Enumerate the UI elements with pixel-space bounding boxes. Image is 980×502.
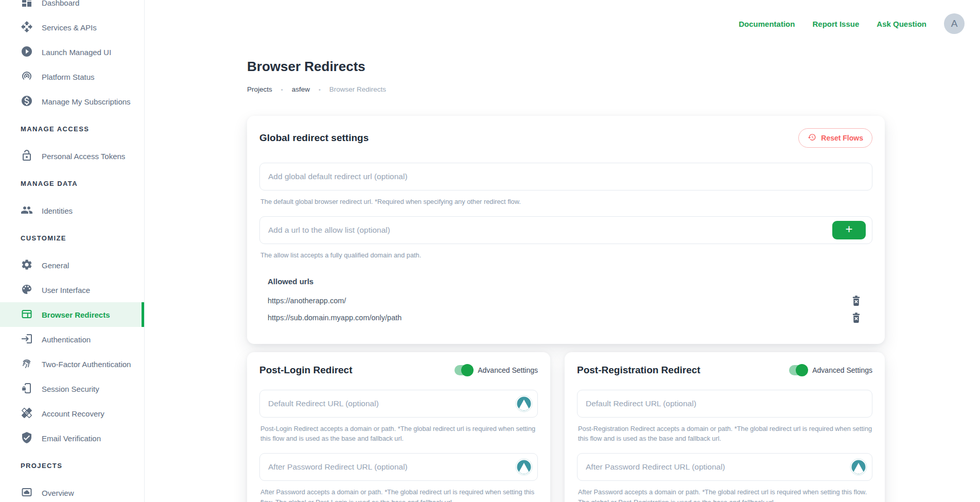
- post-registration-default-help: Post-Registration Redirect accepts a dom…: [578, 424, 872, 444]
- trash-x-icon: [850, 301, 862, 309]
- bandage-icon: [21, 407, 33, 421]
- post-login-redirect-card: Post-Login Redirect Advanced Settings Po…: [247, 352, 550, 502]
- sidebar-item-platform-status[interactable]: Platform Status: [0, 64, 144, 89]
- sidebar-section-projects: PROJECTS: [0, 451, 144, 480]
- sidebar-item-label: Platform Status: [42, 73, 95, 81]
- lock-open-icon: [21, 149, 33, 163]
- sidebar-item-label: Identities: [42, 206, 73, 215]
- advanced-settings-toggle[interactable]: [454, 365, 472, 375]
- sidebar-item-label: Services & APIs: [42, 23, 97, 32]
- delete-url-button[interactable]: [850, 311, 862, 324]
- sidebar-item-two-factor-authentication[interactable]: Two-Factor Authentication: [0, 352, 144, 376]
- sidebar-item-dashboard[interactable]: Dashboard: [0, 0, 144, 15]
- sidebar-item-identities[interactable]: Identities: [0, 198, 144, 223]
- global-card-title: Global redirect settings: [259, 132, 369, 144]
- post-registration-after-password-help: After Password accepts a domain or path.…: [578, 487, 872, 502]
- post-registration-default-redirect-input[interactable]: [577, 390, 872, 418]
- sidebar-item-personal-access-tokens[interactable]: Personal Access Tokens: [0, 144, 144, 168]
- shield-check-icon: [21, 431, 33, 445]
- allowed-urls-title: Allowed urls: [268, 277, 872, 286]
- sidebar-item-label: User Interface: [42, 286, 90, 295]
- allowed-url: https://anotherapp.com/: [268, 297, 346, 305]
- global-redirect-settings-card: Global redirect settings Reset Flows The…: [247, 116, 885, 344]
- allowed-url-row: https://sub.domain.myapp.com/only/path: [268, 311, 872, 324]
- login-icon: [21, 333, 33, 347]
- image-cloud-icon: [21, 486, 33, 500]
- sidebar-item-general[interactable]: General: [0, 253, 144, 278]
- sidebar-item-label: Two-Factor Authentication: [42, 360, 131, 369]
- nordpass-autofill-icon[interactable]: [850, 458, 867, 476]
- sidebar-item-services-apis[interactable]: Services & APIs: [0, 15, 144, 40]
- sidebar: Dashboard Services & APIs Launch Managed…: [0, 0, 145, 502]
- sidebar-item-email-verification[interactable]: Email Verification: [0, 426, 144, 451]
- sidebar-item-user-interface[interactable]: User Interface: [0, 278, 144, 302]
- status-radar-icon: [21, 70, 33, 84]
- sidebar-item-label: Manage My Subscriptions: [42, 97, 131, 106]
- sidebar-item-overview[interactable]: Overview: [0, 480, 144, 502]
- documentation-link[interactable]: Documentation: [739, 20, 795, 28]
- sidebar-item-label: Email Verification: [42, 434, 101, 443]
- content: Browser Redirects Projects • asfew • Bro…: [247, 59, 885, 502]
- allow-list-url-input[interactable]: [259, 216, 872, 244]
- report-issue-link[interactable]: Report Issue: [812, 20, 859, 28]
- palette-icon: [21, 283, 33, 297]
- sidebar-section-customize: CUSTOMIZE: [0, 223, 144, 253]
- advanced-settings-label: Advanced Settings: [812, 366, 872, 374]
- post-registration-after-password-input[interactable]: [577, 453, 872, 481]
- fingerprint-icon: [21, 357, 33, 371]
- move-arrows-icon: [21, 21, 33, 34]
- allowed-url: https://sub.domain.myapp.com/only/path: [268, 314, 401, 322]
- play-circle-icon: [21, 45, 33, 59]
- breadcrumb-separator: •: [319, 86, 321, 93]
- sidebar-item-label: Account Recovery: [42, 409, 104, 418]
- reset-flows-label: Reset Flows: [821, 134, 863, 142]
- allowed-urls-section: Allowed urls https://anotherapp.com/ htt…: [268, 277, 872, 324]
- global-default-redirect-help: The default global browser redirect url.…: [260, 197, 872, 207]
- sidebar-item-browser-redirects[interactable]: Browser Redirects: [0, 302, 144, 327]
- ask-question-link[interactable]: Ask Question: [877, 20, 926, 28]
- restore-icon: [808, 133, 816, 143]
- breadcrumb-current-page: Browser Redirects: [329, 85, 386, 93]
- reset-flows-button[interactable]: Reset Flows: [798, 128, 872, 148]
- sidebar-item-launch-managed-ui[interactable]: Launch Managed UI: [0, 40, 144, 64]
- advanced-settings-toggle[interactable]: [789, 365, 807, 375]
- nordpass-autofill-icon[interactable]: [515, 395, 533, 412]
- post-registration-redirect-card: Post-Registration Redirect Advanced Sett…: [565, 352, 885, 502]
- main-area: Documentation Report Issue Ask Question …: [145, 0, 980, 502]
- page-title: Browser Redirects: [247, 59, 885, 75]
- breadcrumb-project-name[interactable]: asfew: [292, 85, 310, 93]
- trash-x-icon: [850, 318, 862, 326]
- add-url-button[interactable]: +: [832, 221, 866, 239]
- post-login-default-help: Post-Login Redirect accepts a domain or …: [260, 424, 538, 444]
- dollar-circle-icon: [21, 95, 33, 109]
- delete-url-button[interactable]: [850, 295, 862, 307]
- nordpass-autofill-icon[interactable]: [515, 458, 533, 476]
- sidebar-item-manage-subscriptions[interactable]: Manage My Subscriptions: [0, 89, 144, 114]
- avatar[interactable]: A: [944, 13, 965, 34]
- dashboard-icon: [21, 0, 33, 10]
- sidebar-item-label: Personal Access Tokens: [42, 152, 125, 161]
- sidebar-item-label: Authentication: [42, 335, 91, 344]
- top-header: Documentation Report Issue Ask Question …: [145, 0, 980, 34]
- device-lock-icon: [21, 382, 33, 396]
- breadcrumb-projects[interactable]: Projects: [247, 85, 272, 93]
- global-default-redirect-url-input[interactable]: [259, 163, 872, 191]
- breadcrumb-separator: •: [281, 86, 283, 93]
- sidebar-item-label: Browser Redirects: [42, 310, 110, 319]
- breadcrumb: Projects • asfew • Browser Redirects: [247, 85, 885, 93]
- post-login-default-redirect-input[interactable]: [259, 390, 538, 418]
- post-login-after-password-input[interactable]: [259, 453, 538, 481]
- advanced-settings-label: Advanced Settings: [478, 366, 538, 374]
- sidebar-item-authentication[interactable]: Authentication: [0, 327, 144, 352]
- toggle-knob: [461, 364, 474, 376]
- sidebar-item-label: Overview: [42, 489, 74, 497]
- allowed-url-row: https://anotherapp.com/: [268, 295, 872, 307]
- sidebar-section-manage-access: MANAGE ACCESS: [0, 114, 144, 144]
- sidebar-section-manage-data: MANAGE DATA: [0, 168, 144, 198]
- sidebar-item-session-security[interactable]: Session Security: [0, 376, 144, 401]
- allow-list-help: The allow list accepts a fully qualified…: [260, 250, 872, 261]
- gear-icon: [21, 258, 33, 272]
- post-login-card-title: Post-Login Redirect: [259, 365, 353, 376]
- post-registration-card-title: Post-Registration Redirect: [577, 365, 701, 376]
- sidebar-item-account-recovery[interactable]: Account Recovery: [0, 401, 144, 426]
